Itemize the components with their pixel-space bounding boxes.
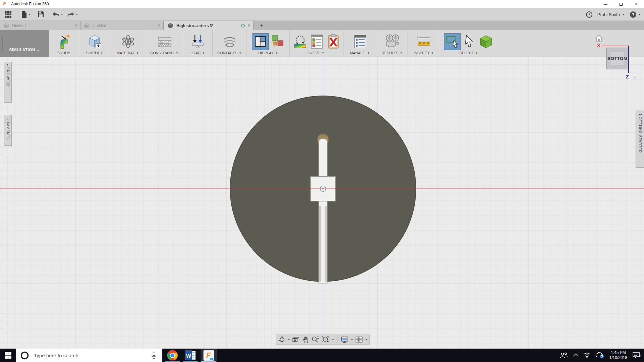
start-button[interactable] xyxy=(0,349,16,362)
view-cube-face[interactable]: BOTTOM xyxy=(606,48,628,69)
display-settings-arrow-icon[interactable]: ▾ xyxy=(351,338,353,341)
close-button[interactable]: ✕ xyxy=(629,0,644,8)
clock-date[interactable]: 1:45 PM 1/10/2018 xyxy=(609,350,627,360)
material-icon[interactable] xyxy=(120,34,136,49)
display-layout-icon[interactable] xyxy=(252,34,268,50)
action-center-icon[interactable] xyxy=(632,352,641,359)
fit-menu-arrow-icon[interactable]: ▾ xyxy=(332,338,334,341)
z-axis-indicator xyxy=(628,46,629,73)
redo-menu-arrow-icon[interactable]: ▾ xyxy=(76,13,78,16)
grid-settings-icon[interactable] xyxy=(355,336,363,343)
tab-close-icon[interactable]: ✕ xyxy=(158,23,161,28)
job-status-icon[interactable] xyxy=(586,11,593,18)
select-box-icon[interactable] xyxy=(479,34,493,49)
group-label[interactable]: MANAGE xyxy=(350,51,366,55)
group-label[interactable]: LOAD xyxy=(191,51,201,55)
save-icon xyxy=(37,11,44,18)
group-label[interactable]: INSPECT xyxy=(414,51,430,55)
document-tab-2[interactable]: Untitled ✕ xyxy=(80,21,164,30)
tab-close-icon[interactable]: ✕ xyxy=(74,23,77,28)
manage-icon[interactable] xyxy=(353,34,368,49)
document-tab-bar: Untitled ✕ Untitled ✕ High stre...erter … xyxy=(0,21,644,30)
redo-icon xyxy=(66,11,75,18)
group-dropdown-icon[interactable]: ▾ xyxy=(137,51,139,55)
onedrive-sync-icon[interactable] xyxy=(595,352,605,359)
contacts-icon[interactable] xyxy=(222,34,237,49)
select-cursor-icon[interactable] xyxy=(463,34,477,49)
results-icon[interactable] xyxy=(384,34,400,49)
maximize-button[interactable] xyxy=(613,0,629,8)
wifi-icon[interactable] xyxy=(583,352,591,358)
group-dropdown-icon[interactable]: ▾ xyxy=(176,51,178,55)
orbit-menu-arrow-icon[interactable]: ▾ xyxy=(288,338,290,341)
group-dropdown-icon[interactable]: ▾ xyxy=(276,51,277,55)
group-dropdown-icon[interactable]: ▾ xyxy=(400,51,402,55)
comments-panel-tab[interactable]: COMMENTS xyxy=(4,115,12,146)
group-label[interactable]: DISPLAY xyxy=(258,51,274,55)
group-dropdown-icon[interactable]: ▾ xyxy=(203,51,204,55)
study-icon[interactable] xyxy=(57,34,71,49)
view-cube[interactable]: X BOTTOM Z ▽ xyxy=(590,32,644,82)
group-label[interactable]: CONSTRAINT xyxy=(150,51,174,55)
group-label[interactable]: SOLVE xyxy=(308,51,320,55)
help-menu[interactable]: ? ▾ xyxy=(630,11,641,18)
group-label[interactable]: RESULTS xyxy=(382,51,398,55)
taskbar-app-word[interactable]: W xyxy=(182,349,199,362)
model-viewport[interactable]: ► BROWSER COMMENTS ◂◂ GETTING STARTED X … xyxy=(0,57,644,349)
taskbar-app-chrome[interactable] xyxy=(164,349,180,362)
view-cube-menu-icon[interactable]: ▽ xyxy=(633,75,636,79)
tray-expand-icon[interactable] xyxy=(573,353,579,358)
group-label[interactable]: CONTACTS xyxy=(217,51,237,55)
select-window-icon[interactable] xyxy=(444,34,461,50)
taskbar-search[interactable]: Type here to search xyxy=(16,349,162,362)
minimize-button[interactable]: — xyxy=(598,0,613,8)
group-label[interactable]: STUDY xyxy=(58,51,70,55)
document-tab-active[interactable]: High stre...erter v3* ✕ xyxy=(164,21,254,30)
load-icon[interactable] xyxy=(190,34,206,49)
people-icon[interactable] xyxy=(560,352,568,359)
group-label[interactable]: MATERIAL xyxy=(117,51,135,55)
look-at-icon[interactable] xyxy=(292,336,300,343)
group-label[interactable]: SIMPLIFY xyxy=(86,51,103,55)
grid-settings-arrow-icon[interactable]: ▾ xyxy=(366,338,367,341)
inspect-icon[interactable] xyxy=(416,34,432,49)
display-visibility-icon[interactable] xyxy=(270,34,284,49)
taskbar-app-fusion[interactable]: F xyxy=(201,349,217,362)
home-view-icon[interactable] xyxy=(595,35,603,42)
constraint-icon[interactable] xyxy=(157,34,172,49)
redo-button[interactable]: ▾ xyxy=(66,9,79,20)
cortana-icon xyxy=(20,351,29,360)
group-dropdown-icon[interactable]: ▾ xyxy=(322,51,324,55)
tab-close-icon[interactable]: ✕ xyxy=(248,23,251,28)
group-dropdown-icon[interactable]: ▾ xyxy=(239,51,241,55)
document-cube-icon xyxy=(3,23,9,28)
undo-button[interactable]: ▾ xyxy=(52,9,64,20)
getting-started-panel-tab[interactable]: ◂◂ GETTING STARTED xyxy=(636,111,644,168)
workspace-selector[interactable]: SIMULATION ▾ xyxy=(0,30,49,57)
display-settings-icon[interactable] xyxy=(341,336,349,343)
ribbon-group-load: LOAD ▾ xyxy=(183,30,213,57)
file-menu-button[interactable]: ▾ xyxy=(21,9,31,20)
group-dropdown-icon[interactable]: ▾ xyxy=(476,51,478,55)
orbit-icon[interactable] xyxy=(278,336,286,343)
group-label[interactable]: SELECT xyxy=(460,51,474,55)
solve-icon[interactable] xyxy=(293,34,308,49)
save-button[interactable] xyxy=(37,9,44,20)
undo-menu-arrow-icon[interactable]: ▾ xyxy=(61,13,63,16)
group-dropdown-icon[interactable]: ▾ xyxy=(368,51,370,55)
pan-icon[interactable] xyxy=(302,336,309,343)
simplify-icon[interactable] xyxy=(87,34,102,49)
document-tab-1[interactable]: Untitled ✕ xyxy=(0,21,80,30)
account-menu[interactable]: Prahi Smith ▾ xyxy=(597,12,626,17)
document-cube-icon xyxy=(167,23,174,28)
zoom-icon[interactable] xyxy=(311,336,319,343)
group-dropdown-icon[interactable]: ▾ xyxy=(432,51,433,55)
sync-status-icon xyxy=(241,24,245,27)
browser-panel-tab[interactable]: ► BROWSER xyxy=(4,62,12,103)
solve-cancel-icon[interactable] xyxy=(326,34,340,49)
app-grid-button[interactable] xyxy=(4,9,12,20)
solve-details-icon[interactable] xyxy=(310,34,324,49)
microphone-icon[interactable] xyxy=(150,351,158,359)
fit-icon[interactable] xyxy=(322,336,330,343)
new-tab-button[interactable]: + xyxy=(258,22,265,30)
